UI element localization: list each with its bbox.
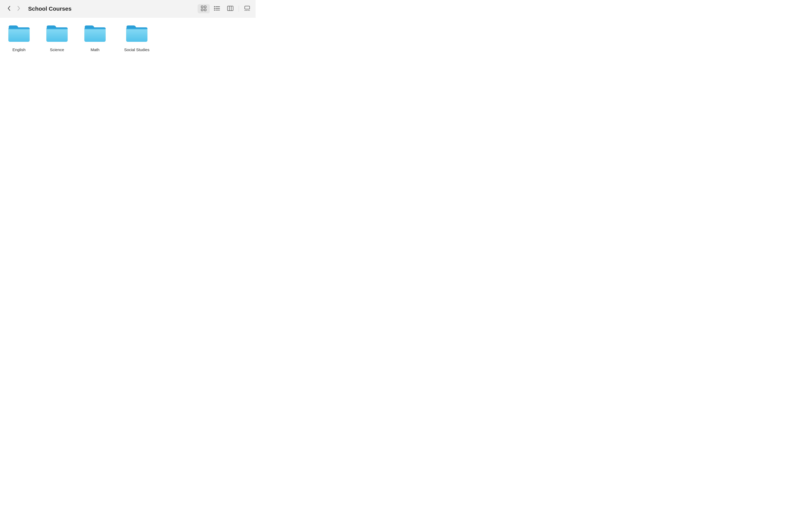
folder-item[interactable]: English [4,23,34,53]
icon-view-button[interactable] [197,4,210,13]
chevron-left-icon [7,6,11,12]
svg-rect-18 [8,28,30,42]
folder-label: Social Studies [124,47,149,52]
content-area[interactable]: English Science [0,18,255,59]
toolbar-divider [239,6,239,12]
svg-rect-1 [204,6,206,8]
folder-label: English [13,47,26,52]
svg-point-6 [214,8,215,8]
list-view-button[interactable] [211,4,223,13]
folder-icon [45,24,69,44]
back-button[interactable] [5,5,13,13]
svg-rect-24 [126,28,148,42]
toolbar-right [197,4,253,13]
svg-rect-3 [204,9,206,11]
chevron-right-icon [17,6,20,12]
list-icon [214,6,220,12]
folder-item[interactable]: Math [80,23,110,53]
toolbar-left: School Courses [5,5,72,13]
gallery-view-button[interactable] [241,4,253,13]
folder-icon [7,24,31,44]
grid-icon [201,5,207,12]
toolbar: School Courses [0,0,255,18]
svg-rect-2 [201,9,203,11]
svg-rect-22 [84,28,106,42]
svg-rect-10 [227,6,233,11]
page-title: School Courses [28,5,72,12]
forward-button[interactable] [15,5,22,13]
svg-rect-21 [46,28,68,29]
folder-icon [83,24,107,44]
gallery-icon [244,6,250,12]
folder-item[interactable]: Social Studies [118,23,156,53]
folder-label: Math [91,47,99,52]
svg-rect-25 [126,28,148,29]
svg-point-8 [214,10,215,10]
svg-point-4 [214,6,215,7]
column-view-button[interactable] [224,4,236,13]
folder-item[interactable]: Science [42,23,72,53]
svg-rect-23 [84,28,106,29]
svg-rect-20 [46,28,68,42]
svg-rect-13 [245,6,250,9]
columns-icon [227,6,233,12]
folder-label: Science [50,47,64,52]
svg-rect-19 [8,28,30,29]
svg-rect-0 [201,6,203,8]
folder-icon [125,24,149,44]
